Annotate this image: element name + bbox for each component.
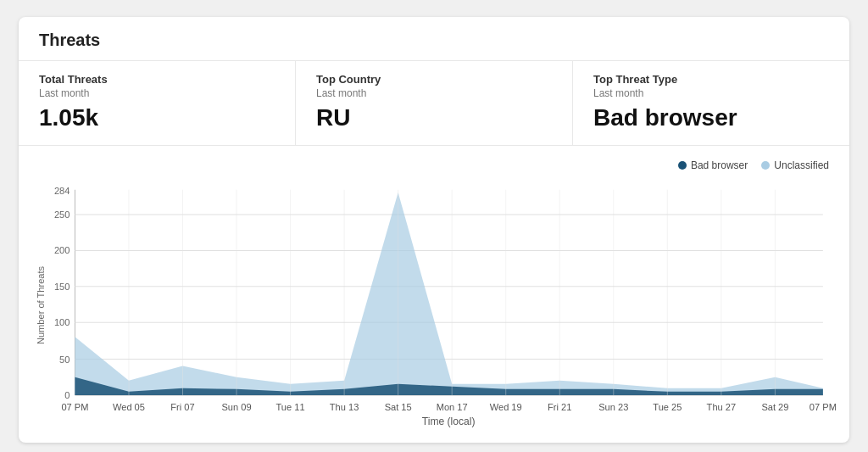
legend-dot-light	[761, 161, 770, 170]
y-tick-284: 284	[54, 186, 70, 196]
card-header: Threats	[19, 17, 849, 61]
y-tick-50: 50	[59, 354, 70, 365]
metric-period-1: Last month	[316, 87, 552, 99]
area-unclassified	[75, 193, 822, 395]
x-label-tue25: Tue 25	[653, 402, 682, 412]
metric-cell-2: Top Threat TypeLast monthBad browser	[573, 61, 849, 145]
x-label-mon17: Mon 17	[437, 402, 468, 412]
chart-legend: Bad browser Unclassified	[32, 159, 836, 171]
x-label-sun09: Sun 09	[221, 402, 251, 412]
metric-label-1: Top Country	[316, 73, 552, 86]
x-axis-title: Time (local)	[422, 416, 476, 427]
metric-value-0: 1.05k	[39, 104, 275, 131]
x-label-sat29: Sat 29	[761, 402, 788, 412]
x-label-tue11: Tue 11	[276, 402, 305, 412]
legend-item-bad-browser: Bad browser	[678, 159, 748, 171]
y-tick-100: 100	[54, 317, 70, 327]
x-label-thu13: Thu 13	[330, 402, 359, 412]
y-tick-150: 150	[54, 282, 70, 292]
metric-cell-0: Total ThreatsLast month1.05k	[19, 61, 296, 145]
metric-period-2: Last month	[593, 87, 829, 99]
metric-period-0: Last month	[39, 87, 275, 99]
metric-cell-1: Top CountryLast monthRU	[296, 61, 573, 145]
x-label-thu27: Thu 27	[707, 402, 737, 412]
x-label-sat15: Sat 15	[385, 402, 412, 412]
x-label-07pm-start: 07 PM	[61, 402, 88, 412]
metric-label-2: Top Threat Type	[593, 73, 829, 86]
x-label-fri21: Fri 21	[548, 402, 571, 412]
metrics-row: Total ThreatsLast month1.05kTop CountryL…	[19, 61, 849, 146]
metric-value-1: RU	[316, 104, 552, 131]
threats-card: Threats Total ThreatsLast month1.05kTop …	[19, 17, 849, 443]
chart-area: Bad browser Unclassified Number of Threa…	[19, 146, 849, 443]
metric-value-2: Bad browser	[593, 104, 829, 131]
metric-label-0: Total Threats	[39, 73, 275, 86]
x-label-07pm-end: 07 PM	[810, 402, 836, 412]
x-label-wed19: Wed 19	[490, 402, 522, 412]
legend-label-bad-browser: Bad browser	[691, 159, 748, 171]
x-label-fri07: Fri 07	[170, 402, 194, 412]
y-tick-200: 200	[54, 245, 70, 255]
x-label-wed05: Wed 05	[113, 402, 145, 412]
chart-svg: Number of Threats 0 50 100 150	[32, 178, 836, 432]
x-label-sun23: Sun 23	[598, 402, 628, 412]
legend-item-unclassified: Unclassified	[761, 159, 829, 171]
y-tick-0: 0	[64, 390, 70, 400]
legend-dot-dark	[678, 161, 687, 170]
chart-container: Number of Threats 0 50 100 150	[32, 178, 836, 432]
card-title: Threats	[39, 31, 100, 49]
legend-label-unclassified: Unclassified	[774, 159, 829, 171]
y-axis-title: Number of Threats	[36, 265, 46, 344]
y-tick-250: 250	[54, 209, 70, 220]
